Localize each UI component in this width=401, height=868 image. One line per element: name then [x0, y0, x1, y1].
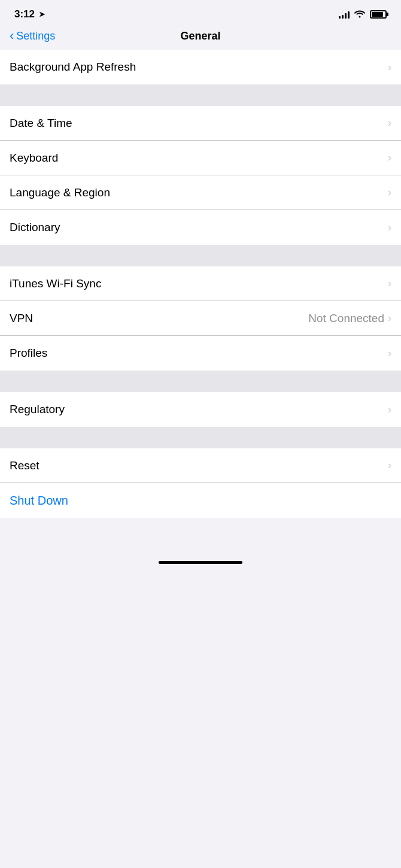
chevron-icon: ›: [388, 117, 391, 129]
item-right: ›: [388, 459, 391, 472]
item-label: Profiles: [10, 347, 47, 360]
chevron-icon: ›: [388, 459, 391, 472]
list-item-background-app-refresh[interactable]: Background App Refresh ›: [0, 50, 401, 84]
list-item-regulatory[interactable]: Regulatory ›: [0, 392, 401, 427]
list-item-shut-down[interactable]: Shut Down: [0, 483, 401, 518]
section-top: Background App Refresh ›: [0, 50, 401, 84]
signal-bars-icon: [339, 10, 350, 19]
item-right: Not Connected ›: [308, 312, 391, 325]
item-label: iTunes Wi-Fi Sync: [10, 277, 101, 290]
item-right: ›: [388, 347, 391, 360]
list-item-itunes-wifi-sync[interactable]: iTunes Wi-Fi Sync ›: [0, 266, 401, 301]
chevron-icon: ›: [388, 61, 391, 74]
item-label: Dictionary: [10, 221, 60, 234]
item-right: ›: [388, 277, 391, 290]
section-reset: Reset › Shut Down: [0, 448, 401, 518]
battery-fill: [372, 12, 383, 17]
battery-icon: [370, 10, 387, 19]
home-indicator: [0, 554, 401, 569]
section-gap-2: [0, 245, 401, 266]
list-item-profiles[interactable]: Profiles ›: [0, 336, 401, 371]
home-bar: [159, 561, 242, 564]
item-label: Background App Refresh: [10, 60, 136, 74]
list-item-date-time[interactable]: Date & Time ›: [0, 106, 401, 141]
time-label: 3:12: [14, 8, 35, 20]
chevron-icon: ›: [388, 403, 391, 416]
item-right: ›: [388, 186, 391, 199]
location-arrow-icon: ➤: [39, 10, 45, 19]
item-label: Date & Time: [10, 117, 72, 130]
item-label: Regulatory: [10, 403, 65, 416]
status-icons: [339, 10, 387, 20]
list-item-language-region[interactable]: Language & Region ›: [0, 175, 401, 210]
item-right: ›: [388, 117, 391, 129]
list-item-dictionary[interactable]: Dictionary ›: [0, 210, 401, 245]
back-chevron-icon: ‹: [10, 29, 14, 43]
chevron-icon: ›: [388, 312, 391, 324]
section-datetime: Date & Time › Keyboard › Language & Regi…: [0, 106, 401, 245]
item-label: Language & Region: [10, 186, 110, 199]
list-item-reset[interactable]: Reset ›: [0, 448, 401, 483]
section-gap-1: [0, 84, 401, 106]
chevron-icon: ›: [388, 151, 391, 164]
section-gap-3: [0, 371, 401, 392]
section-gap-5: [0, 518, 401, 554]
status-time: 3:12 ➤: [14, 8, 45, 20]
item-right: ›: [388, 403, 391, 416]
chevron-icon: ›: [388, 277, 391, 290]
list-item-keyboard[interactable]: Keyboard ›: [0, 141, 401, 175]
back-button[interactable]: ‹ Settings: [10, 30, 55, 43]
item-right: ›: [388, 61, 391, 74]
status-bar: 3:12 ➤: [0, 0, 401, 25]
wifi-icon: [354, 10, 365, 20]
item-label: Keyboard: [10, 151, 58, 165]
page-title: General: [180, 30, 220, 43]
back-label: Settings: [16, 30, 55, 43]
chevron-icon: ›: [388, 221, 391, 234]
section-gap-4: [0, 427, 401, 448]
chevron-icon: ›: [388, 347, 391, 360]
item-right: ›: [388, 221, 391, 234]
section-connectivity: iTunes Wi-Fi Sync › VPN Not Connected › …: [0, 266, 401, 371]
item-label: Reset: [10, 459, 40, 472]
section-regulatory: Regulatory ›: [0, 392, 401, 427]
item-label: Shut Down: [10, 494, 68, 508]
item-label: VPN: [10, 312, 33, 325]
item-right: ›: [388, 151, 391, 164]
chevron-icon: ›: [388, 186, 391, 199]
nav-header: ‹ Settings General: [0, 25, 401, 50]
list-item-vpn[interactable]: VPN Not Connected ›: [0, 301, 401, 336]
vpn-status: Not Connected: [308, 312, 384, 325]
